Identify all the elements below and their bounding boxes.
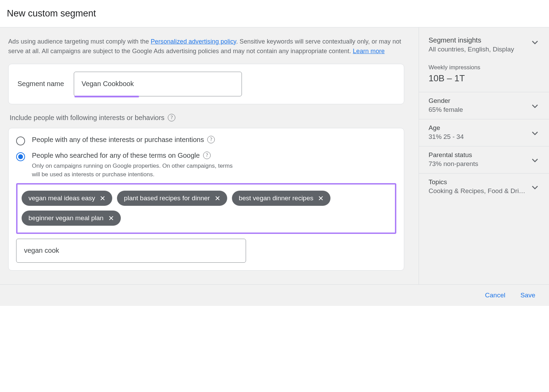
- panel-title: Age: [429, 124, 464, 132]
- chip-label: beginner vegan meal plan: [28, 214, 104, 222]
- insights-sidebar: Segment insights All countries, English,…: [419, 27, 549, 284]
- chevron-down-icon: [530, 102, 539, 110]
- chevron-down-icon: [530, 129, 539, 138]
- learn-more-link[interactable]: Learn more: [353, 48, 385, 55]
- segment-name-input[interactable]: [74, 72, 242, 96]
- panel-value: 31% 25 - 34: [429, 133, 464, 141]
- help-icon[interactable]: ?: [168, 114, 175, 121]
- disclaimer-text-1: Ads using audience targeting must comply…: [8, 38, 151, 45]
- insight-panel-parental[interactable]: Parental status 73% non-parents: [419, 146, 549, 173]
- weekly-impressions-label: Weekly impressions: [429, 64, 539, 71]
- page-header: New custom segment: [0, 0, 549, 27]
- insight-panel-gender[interactable]: Gender 65% female: [419, 92, 549, 119]
- radio-interests-label: People with any of these interests or pu…: [32, 136, 204, 144]
- panel-title: Parental status: [429, 151, 478, 159]
- panel-title: Gender: [429, 97, 463, 105]
- policy-disclaimer: Ads using audience targeting must comply…: [8, 37, 404, 56]
- close-icon[interactable]: [317, 195, 324, 202]
- panel-value: 65% female: [429, 106, 463, 114]
- weekly-impressions: Weekly impressions 10B – 1T: [419, 61, 549, 92]
- radio-search-terms-label: People who searched for any of these ter…: [32, 152, 200, 159]
- highlight-underline: [74, 96, 139, 97]
- chevron-down-icon: [530, 183, 539, 192]
- behaviors-card: People with any of these interests or pu…: [8, 128, 404, 271]
- close-icon[interactable]: [108, 215, 115, 222]
- chip: best vegan dinner recipes: [232, 191, 331, 206]
- insight-panel-topics[interactable]: Topics Cooking & Recipes, Food & Dri…: [419, 173, 549, 200]
- insights-subtitle: All countries, English, Display: [429, 46, 514, 53]
- segment-name-card: Segment name: [8, 64, 404, 104]
- help-icon[interactable]: ?: [207, 136, 215, 143]
- chevron-down-icon: [530, 38, 539, 47]
- include-heading-text: Include people with following interests …: [10, 114, 164, 122]
- radio-interests[interactable]: [16, 136, 25, 145]
- help-icon[interactable]: ?: [203, 152, 211, 159]
- chip-label: best vegan dinner recipes: [239, 194, 314, 202]
- footer-actions: Cancel Save: [0, 284, 549, 306]
- policy-link[interactable]: Personalized advertising policy: [151, 38, 236, 45]
- panel-value: 73% non-parents: [429, 160, 478, 168]
- insight-panel-age[interactable]: Age 31% 25 - 34: [419, 119, 549, 146]
- panel-value: Cooking & Recipes, Food & Dri…: [429, 187, 525, 195]
- chip: beginner vegan meal plan: [22, 211, 121, 226]
- include-heading: Include people with following interests …: [10, 114, 404, 122]
- radio-search-terms-sub: Only on campaigns running on Google prop…: [32, 162, 238, 179]
- weekly-impressions-value: 10B – 1T: [429, 73, 539, 84]
- search-terms-chips: vegan meal ideas easy plant based recipe…: [16, 183, 396, 234]
- chip: vegan meal ideas easy: [22, 191, 112, 206]
- chevron-down-icon: [530, 156, 539, 165]
- chip: plant based recipes for dinner: [117, 191, 227, 206]
- page-title: New custom segment: [7, 8, 542, 19]
- insights-title: Segment insights: [429, 36, 514, 44]
- radio-search-terms[interactable]: [16, 152, 25, 161]
- chip-label: vegan meal ideas easy: [28, 194, 95, 202]
- chip-label: plant based recipes for dinner: [124, 194, 210, 202]
- panel-title: Topics: [429, 178, 525, 186]
- segment-name-label: Segment name: [16, 80, 64, 88]
- cancel-button[interactable]: Cancel: [485, 292, 505, 299]
- add-term-input[interactable]: [16, 239, 246, 263]
- close-icon[interactable]: [99, 195, 106, 202]
- close-icon[interactable]: [214, 195, 221, 202]
- insights-header[interactable]: Segment insights All countries, English,…: [419, 27, 549, 61]
- save-button[interactable]: Save: [521, 292, 535, 299]
